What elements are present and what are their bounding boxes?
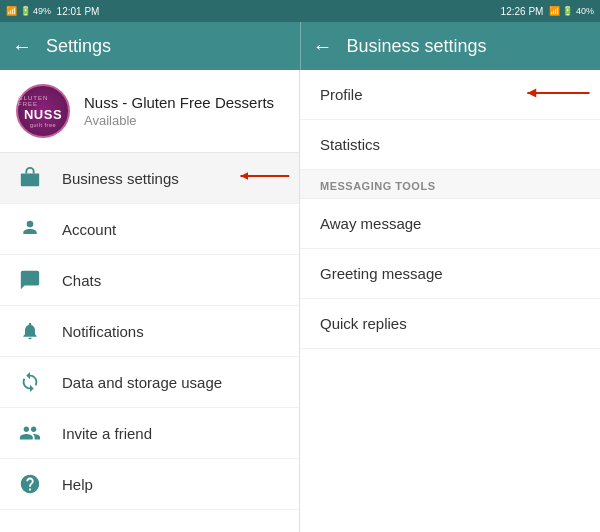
svg-marker-2 [241,172,249,180]
messaging-tools-header: MESSAGING TOOLS [300,170,600,199]
status-bar-right: 12:26 PM 📶 🔋 40% [300,0,600,22]
right-item-statistics[interactable]: Statistics [300,120,600,170]
right-item-greeting-message-label: Greeting message [320,265,443,282]
sidebar-item-account[interactable]: Account [0,204,299,255]
business-settings-icon [16,167,44,189]
help-icon [16,473,44,495]
left-panel: gluten free NUSS guilt free Nuss - Glute… [0,70,300,532]
status-bar-left: 📶 🔋 49% 12:01 PM [0,0,300,22]
right-item-quick-replies-label: Quick replies [320,315,407,332]
profile-name: Nuss - Gluten Free Desserts [84,94,274,111]
profile-section[interactable]: gluten free NUSS guilt free Nuss - Glute… [0,70,299,153]
left-nav-title: Settings [46,36,111,57]
sidebar-item-invite-friend[interactable]: Invite a friend [0,408,299,459]
invite-friend-icon [16,422,44,444]
avatar: gluten free NUSS guilt free [16,84,70,138]
main-content: gluten free NUSS guilt free Nuss - Glute… [0,70,600,532]
svg-marker-4 [527,88,536,97]
sidebar-item-account-label: Account [62,221,116,238]
nav-bars: ← Settings ← Business settings [0,22,600,70]
sidebar-item-data-storage-label: Data and storage usage [62,374,222,391]
right-item-greeting-message[interactable]: Greeting message [300,249,600,299]
right-item-away-message[interactable]: Away message [300,199,600,249]
account-icon [16,218,44,240]
sidebar-item-chats[interactable]: Chats [0,255,299,306]
profile-status: Available [84,113,274,128]
logo-main-text: NUSS [24,107,62,122]
right-panel: Profile Statistics MESSAGING TOOLS Away … [300,70,600,532]
chats-icon [16,269,44,291]
sidebar-item-help[interactable]: Help [0,459,299,510]
right-time: 12:26 PM [501,6,544,17]
right-nav-title: Business settings [347,36,487,57]
notifications-icon [16,320,44,342]
right-item-statistics-label: Statistics [320,136,380,153]
right-nav-back-button[interactable]: ← [313,35,333,58]
left-nav-panel: ← Settings [0,22,300,70]
sidebar-item-invite-friend-label: Invite a friend [62,425,152,442]
sidebar-item-data-storage[interactable]: Data and storage usage [0,357,299,408]
sidebar-item-notifications-label: Notifications [62,323,144,340]
logo-bottom-text: guilt free [30,122,56,128]
right-item-away-message-label: Away message [320,215,421,232]
right-item-profile-label: Profile [320,86,363,103]
data-storage-icon [16,371,44,393]
sidebar-item-chats-label: Chats [62,272,101,289]
right-item-quick-replies[interactable]: Quick replies [300,299,600,349]
logo-top-text: gluten free [18,95,68,107]
sidebar-item-help-label: Help [62,476,93,493]
status-bars: 📶 🔋 49% 12:01 PM 12:26 PM 📶 🔋 40% [0,0,600,22]
business-settings-arrow [233,166,293,190]
profile-arrow-annotation [514,83,594,107]
right-item-profile[interactable]: Profile [300,70,600,120]
left-status-icons: 📶 🔋 49% [6,6,51,16]
right-status-icons: 📶 🔋 40% [549,6,594,16]
sidebar-item-business-settings-label: Business settings [62,170,179,187]
left-time: 12:01 PM [57,6,100,17]
sidebar-item-business-settings[interactable]: Business settings [0,153,299,204]
sidebar-item-notifications[interactable]: Notifications [0,306,299,357]
right-nav-panel: ← Business settings [301,22,601,70]
left-nav-back-button[interactable]: ← [12,35,32,58]
svg-rect-0 [21,173,39,186]
profile-info: Nuss - Gluten Free Desserts Available [84,94,274,128]
